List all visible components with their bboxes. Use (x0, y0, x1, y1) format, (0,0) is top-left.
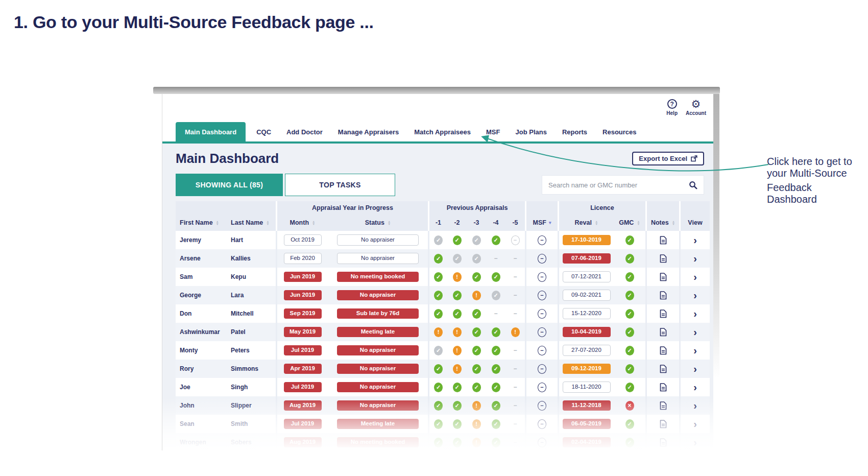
month-pill[interactable]: Apr 2019 (284, 364, 322, 374)
view-chevron-icon[interactable]: › (693, 253, 697, 264)
view-chevron-icon[interactable]: › (693, 235, 697, 245)
tab-showing-all[interactable]: SHOWING ALL (85) (176, 174, 283, 196)
last-name-cell: Lara (227, 286, 276, 304)
search-box[interactable] (542, 175, 704, 195)
nav-tab-reports[interactable]: Reports (554, 122, 595, 141)
month-cell: Jun 2019 (276, 286, 328, 304)
column-label: First Name (180, 219, 213, 226)
appraisal-3-cell: ✓ (467, 378, 486, 396)
view-chevron-icon[interactable]: › (693, 327, 697, 337)
notes-document-icon[interactable] (660, 254, 667, 263)
status-pill[interactable]: Meeting late (337, 327, 419, 337)
gmc-cell: ✓ (614, 286, 645, 304)
help-button[interactable]: ? Help (666, 99, 678, 116)
column-header-notes[interactable]: Notes▲▼ (645, 215, 679, 231)
notes-document-icon[interactable] (660, 401, 667, 410)
msf-minus-icon: − (538, 254, 546, 264)
status-pill[interactable]: No appraiser (337, 364, 419, 374)
view-chevron-icon[interactable]: › (693, 345, 697, 355)
view-chevron-icon[interactable]: › (693, 382, 697, 392)
check-icon-green: ✓ (625, 309, 634, 319)
view-cell[interactable]: › (679, 268, 710, 286)
column-header-last-name[interactable]: Last Name▲▼ (227, 215, 276, 231)
month-pill[interactable]: Jul 2019 (284, 419, 322, 429)
status-pill[interactable]: No appraiser (337, 290, 419, 300)
nav-tab-match-appraisees[interactable]: Match Appraisees (406, 122, 478, 141)
notes-document-icon[interactable] (660, 328, 667, 337)
column-header-month[interactable]: Month▲▼ (276, 215, 328, 231)
view-chevron-icon[interactable]: › (693, 419, 697, 429)
view-cell[interactable]: › (679, 249, 710, 268)
nav-tab-cqc[interactable]: CQC (249, 122, 279, 141)
notes-document-icon[interactable] (660, 383, 667, 392)
view-chevron-icon[interactable]: › (693, 290, 697, 300)
appraisal-5-cell: − (505, 268, 525, 286)
nav-tab-main-dashboard[interactable]: Main Dashboard (176, 122, 246, 141)
month-pill[interactable]: Jun 2019 (284, 290, 322, 300)
month-pill[interactable]: Oct 2019 (284, 234, 322, 246)
column-header-status[interactable]: Status▲▼ (328, 215, 428, 231)
view-cell[interactable]: › (679, 415, 710, 433)
month-pill[interactable]: Aug 2019 (284, 400, 322, 411)
nav-tab-job-plans[interactable]: Job Plans (508, 122, 554, 141)
view-cell[interactable]: › (679, 396, 710, 415)
view-cell[interactable]: › (679, 433, 710, 450)
status-pill[interactable]: No meeting booked (337, 437, 419, 447)
column-header-gmc[interactable]: GMC▲▼ (614, 215, 645, 231)
notes-document-icon[interactable] (660, 365, 667, 373)
month-pill[interactable]: Aug 2019 (284, 437, 322, 447)
month-pill[interactable]: Jul 2019 (284, 345, 322, 355)
view-cell[interactable]: › (679, 360, 710, 378)
column-header-reval[interactable]: Reval▲▼ (558, 215, 614, 231)
notes-document-icon[interactable] (660, 420, 667, 429)
column-header-msf[interactable]: MSF▾ (525, 215, 558, 231)
view-chevron-icon[interactable]: › (693, 400, 697, 411)
view-cell[interactable]: › (679, 378, 710, 396)
view-cell[interactable]: › (679, 304, 710, 323)
group-header-appraisal-year-in-progress: Appraisal Year in Progress (276, 201, 428, 215)
status-pill[interactable]: No appraiser (337, 382, 419, 392)
view-cell[interactable]: › (679, 323, 710, 341)
table-row-jeremy-hart: JeremyHartOct 2019No appraiser✓✓✓✓−−17-1… (176, 231, 710, 249)
notes-document-icon[interactable] (660, 291, 667, 300)
view-chevron-icon[interactable]: › (693, 308, 697, 319)
month-pill[interactable]: Jun 2019 (284, 272, 322, 282)
column-label: View (688, 219, 702, 226)
window-header-icons: ? Help ⚙ Account (666, 99, 706, 116)
notes-document-icon[interactable] (660, 310, 667, 318)
notes-cell (645, 304, 679, 323)
status-pill[interactable]: Sub late by 76d (337, 308, 419, 319)
column-header-first-name[interactable]: First Name▲▼ (176, 215, 227, 231)
nav-tab-add-doctor[interactable]: Add Doctor (279, 122, 330, 141)
status-pill[interactable]: No appraiser (337, 345, 419, 355)
status-pill[interactable]: No appraiser (337, 253, 419, 264)
dash-icon: − (513, 420, 517, 427)
view-cell[interactable]: › (679, 341, 710, 360)
view-chevron-icon[interactable]: › (693, 364, 697, 374)
month-pill[interactable]: Sep 2019 (284, 308, 322, 319)
nav-tab-manage-appraisers[interactable]: Manage Appraisers (330, 122, 406, 141)
notes-document-icon[interactable] (660, 236, 667, 245)
search-input[interactable] (548, 181, 689, 189)
month-pill[interactable]: Feb 2020 (284, 253, 322, 264)
nav-tab-resources[interactable]: Resources (595, 122, 644, 141)
view-chevron-icon[interactable]: › (693, 437, 697, 447)
account-button[interactable]: ⚙ Account (686, 99, 706, 116)
view-cell[interactable]: › (679, 231, 710, 249)
tab-top-tasks[interactable]: TOP TASKS (285, 174, 395, 196)
status-pill[interactable]: No appraiser (337, 400, 419, 411)
notes-document-icon[interactable] (660, 438, 667, 447)
export-to-excel-button[interactable]: Export to Excel (632, 152, 704, 165)
check-icon-green: ✓ (625, 235, 634, 245)
view-cell[interactable]: › (679, 286, 710, 304)
last-name-cell: Kallies (227, 249, 276, 268)
nav-tab-msf[interactable]: MSF (478, 122, 508, 141)
status-pill[interactable]: Meeting late (337, 419, 419, 429)
notes-document-icon[interactable] (660, 346, 667, 355)
status-pill[interactable]: No meeting booked (337, 272, 419, 282)
month-pill[interactable]: Jul 2019 (284, 382, 322, 392)
status-pill[interactable]: No appraiser (337, 234, 419, 246)
notes-document-icon[interactable] (660, 273, 667, 281)
month-pill[interactable]: May 2019 (284, 327, 322, 337)
view-chevron-icon[interactable]: › (693, 272, 697, 282)
